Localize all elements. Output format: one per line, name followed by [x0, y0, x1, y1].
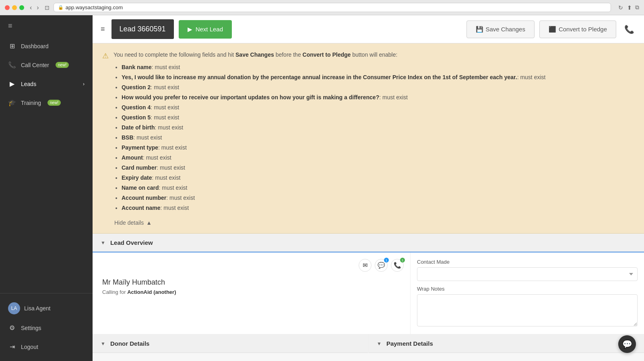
sidebar-item-label: Leads	[21, 81, 36, 87]
list-item: Name on card: must exist	[122, 184, 545, 192]
next-lead-label: Next Lead	[196, 26, 223, 33]
lock-icon: 🔒	[58, 5, 64, 10]
collapse-arrow-icon: ▼	[101, 240, 105, 246]
chevron-right-icon: ›	[83, 81, 85, 87]
payment-details-title: Payment Details	[386, 340, 433, 347]
lead-title: Lead 3660591	[111, 19, 174, 39]
traffic-lights	[5, 5, 24, 10]
browser-nav-buttons: ‹ ›	[28, 4, 41, 11]
list-item: Yes, I would like to increase my annual …	[122, 73, 545, 82]
sidebar-menu-icon[interactable]: ≡	[0, 15, 93, 37]
wrap-notes-section: Wrap Notes	[417, 286, 638, 328]
list-item: Question 2: must exist	[122, 83, 545, 92]
minimize-traffic-light[interactable]	[12, 5, 17, 10]
chat-widget-button[interactable]: 💬	[618, 335, 636, 353]
email-icon: ✉	[363, 262, 368, 269]
chat-widget-icon: 💬	[622, 339, 632, 349]
calling-for-org: ActionAid (another)	[127, 289, 176, 295]
user-info[interactable]: LA Lisa Agent	[0, 298, 93, 318]
list-item: Date of birth: must exist	[122, 123, 545, 132]
address-bar[interactable]: 🔒 app.waysactstaging.com	[54, 3, 611, 12]
lead-overview-header[interactable]: ▼ Lead Overview	[93, 234, 644, 252]
donor-details-header[interactable]: ▼ Donor Details	[93, 334, 368, 353]
save-changes-button[interactable]: 💾 Save Changes	[466, 21, 535, 38]
sidebar-bottom: LA Lisa Agent ⚙ Settings ⇥ Logout	[0, 293, 93, 361]
sidebar-item-settings[interactable]: ⚙ Settings	[0, 318, 93, 337]
sidebar-item-label: Settings	[21, 325, 41, 331]
convert-pledge-label: Convert to Pledge	[559, 26, 607, 33]
chevron-up-icon: ▲	[146, 219, 152, 226]
user-name: Lisa Agent	[24, 305, 50, 312]
contact-made-label: Contact Made	[417, 259, 638, 265]
list-item: Account number: must exist	[122, 194, 545, 202]
sidebar-item-leads[interactable]: ▶ Leads ›	[0, 74, 93, 93]
sidebar-item-logout[interactable]: ⇥ Logout	[0, 337, 93, 356]
warning-banner: ⚠ You need to complete the following fie…	[93, 43, 644, 234]
maximize-traffic-light[interactable]	[19, 5, 24, 10]
calling-for-prefix: Calling for	[102, 289, 127, 295]
lead-action-icons: ✉ 💬 1 📞 1	[359, 259, 404, 272]
gear-icon: ⚙	[8, 324, 16, 332]
lead-person-name: Mr Maïly Humbatch	[102, 278, 400, 287]
reload-button[interactable]: ↻	[618, 4, 623, 11]
browser-chrome: ‹ › ⊡ 🔒 app.waysactstaging.com ↻ ⬆ ⧉	[0, 0, 644, 15]
lead-left-panel: ✉ 💬 1 📞 1 Mr Maïly Humbatch	[93, 252, 411, 334]
wrap-notes-label: Wrap Notes	[417, 286, 638, 292]
list-item: Bank name: must exist	[122, 63, 545, 72]
wrap-notes-textarea[interactable]	[417, 294, 638, 326]
url-text: app.waysactstaging.com	[66, 4, 123, 10]
donor-details-section: ▼ Donor Details	[93, 334, 368, 353]
phone-call-button[interactable]: 📞 1	[391, 259, 404, 272]
collapse-arrow-icon: ▼	[377, 341, 382, 347]
list-item: Account name: must exist	[122, 204, 545, 212]
topbar: ≡ Lead 3660591 ▶ Next Lead 💾 Save Change…	[93, 15, 644, 43]
sidebar-item-label: Training	[21, 100, 41, 106]
payment-details-header[interactable]: ▼ Payment Details	[369, 334, 644, 353]
list-item: Amount: must exist	[122, 154, 545, 162]
warning-fields-list: Bank name: must exist Yes, I would like …	[122, 63, 545, 212]
sidebar-item-call-center[interactable]: 📞 Call Center new!	[0, 55, 93, 74]
list-item: Card number: must exist	[122, 164, 545, 172]
play-icon: ▶	[188, 26, 192, 33]
sidebar: ≡ ⊞ Dashboard 📞 Call Center new! ▶ Leads…	[0, 15, 93, 361]
lead-right-panel: Contact Made Yes No Voicemail Wrap Notes	[411, 252, 644, 334]
main-content: ≡ Lead 3660591 ▶ Next Lead 💾 Save Change…	[93, 15, 644, 361]
list-item: How would you prefer to receive our impo…	[122, 93, 545, 102]
list-item: Question 5: must exist	[122, 113, 545, 122]
list-item: Question 4: must exist	[122, 103, 545, 112]
logout-icon: ⇥	[8, 343, 16, 351]
sidebar-item-training[interactable]: 🎓 Training new!	[0, 93, 93, 112]
topbar-menu-button[interactable]: ≡	[99, 23, 107, 35]
phone-button[interactable]: 📞	[621, 23, 638, 36]
chat-button[interactable]: 💬 1	[375, 259, 388, 272]
share-icon[interactable]: ⬆	[627, 4, 632, 11]
save-icon: 💾	[476, 26, 483, 33]
donor-details-title: Donor Details	[110, 340, 150, 347]
close-traffic-light[interactable]	[5, 5, 10, 10]
warning-header: ⚠ You need to complete the following fie…	[102, 51, 634, 214]
sidebar-item-dashboard[interactable]: ⊞ Dashboard	[0, 37, 93, 55]
email-button[interactable]: ✉	[359, 259, 372, 272]
warning-intro-text: You need to complete the following field…	[114, 51, 545, 59]
lead-overview-title: Lead Overview	[110, 239, 153, 246]
avatar: LA	[8, 302, 20, 314]
sidebar-item-label: Dashboard	[21, 43, 49, 49]
list-item: Payment type: must exist	[122, 144, 545, 152]
list-item: Expiry date: must exist	[122, 174, 545, 182]
chat-icon: 💬	[378, 262, 385, 269]
lead-overview-body: ✉ 💬 1 📞 1 Mr Maïly Humbatch	[93, 252, 644, 334]
warning-message: You need to complete the following field…	[114, 51, 545, 214]
new-tab-icon[interactable]: ⧉	[635, 4, 639, 11]
next-lead-button[interactable]: ▶ Next Lead	[179, 20, 232, 39]
sidebar-toggle-button[interactable]: ⊡	[45, 4, 50, 11]
browser-right-icons: ⬆ ⧉	[627, 4, 639, 11]
sidebar-nav: ⊞ Dashboard 📞 Call Center new! ▶ Leads ›…	[0, 37, 93, 293]
browser-back-button[interactable]: ‹	[28, 4, 33, 11]
dashboard-icon: ⊞	[8, 42, 16, 50]
save-changes-label: Save Changes	[486, 26, 525, 33]
browser-forward-button[interactable]: ›	[35, 4, 40, 11]
convert-to-pledge-button[interactable]: ⬛ Convert to Pledge	[539, 21, 616, 38]
contact-made-select[interactable]: Yes No Voicemail	[417, 267, 638, 281]
hide-details-button[interactable]: Hide details ▲	[114, 219, 152, 226]
sidebar-item-label: Call Center	[21, 62, 49, 68]
